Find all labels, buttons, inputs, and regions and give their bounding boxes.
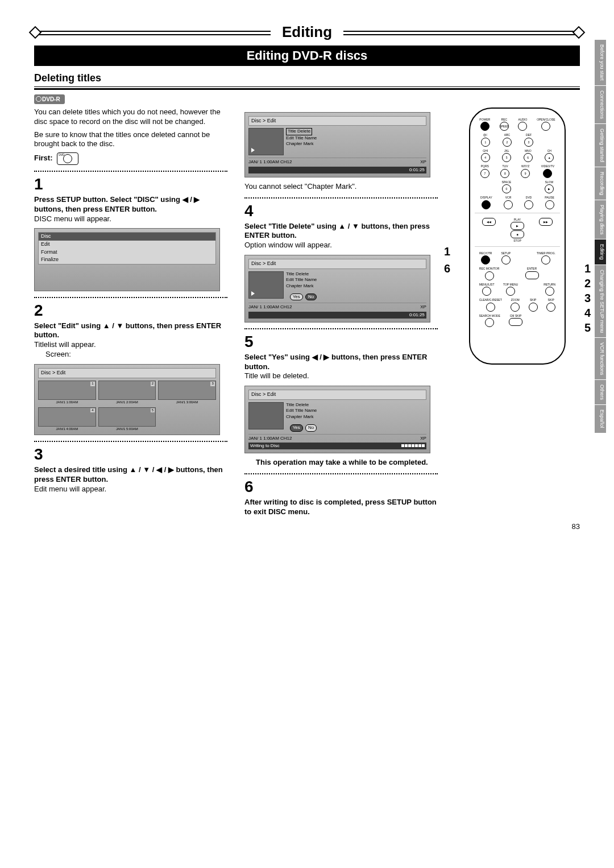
remote-button: 1 [481,138,490,147]
rewind-button: ◀◀ [482,218,496,226]
page-header: Editing [34,23,580,42]
chapter-note: You cannot select "Chapter Mark". [244,182,438,192]
step-1-bold: Press SETUP button. Select "DISC" using … [34,195,200,213]
edit-menu-screen-2: Disc > Edit Title Delete Edit Title Name… [244,255,430,323]
yes-no: Yes No [286,424,317,431]
step-6-num: 6 [244,477,438,497]
remote-button [545,287,554,296]
side-tab[interactable]: Playing discs [595,200,606,239]
side-tab[interactable]: Español [595,405,606,433]
remote-button: 2 [503,138,512,147]
side-tab[interactable]: Connections [595,86,606,123]
remote-button [504,200,513,209]
breadcrumb: Disc > Edit [38,368,216,378]
remote-button: 5 [502,153,511,162]
middle-column: Disc > Edit Title Delete Edit Title Name… [244,108,438,520]
side-tab[interactable]: Changing the SETUP menu [595,265,606,337]
step-3-after: Edit menu will appear. [34,485,106,493]
remote-button: SPEED [500,122,509,131]
step-4-num: 4 [244,201,438,221]
step-2-bold: Select "Edit" using ▲ / ▼ buttons, then … [34,321,221,340]
remote-button [524,200,533,209]
callout-right-2: 2 [584,276,596,291]
divider [244,328,438,329]
callout-left-6: 6 [439,261,450,276]
step-4-after: Option window will appear. [244,241,332,249]
remote-button: 0 [502,184,511,193]
first-label: First: [34,154,53,163]
divider [34,297,227,298]
preview-box [248,271,284,299]
divider [244,473,438,474]
divider [244,197,438,199]
operation-warning: This operation may take a while to be co… [244,458,438,468]
remote-button: 4 [481,153,490,162]
titlelist-screen: Disc > Edit 1JAN/1 1:00AM2JAN/1 2:00AM3J… [34,364,220,435]
status-row: JAN/ 1 1:00AM CH12 XP [248,158,426,165]
step-3-text: Select a desired title using ▲ / ▼ / ◀ /… [34,465,227,494]
remote-diagram: POWERRECSPEEDAUDIOOPEN/CLOSE@/.1ABC2DEF3… [469,108,566,365]
dvdr-badge: DVD-R [34,94,65,104]
step-5-num: 5 [244,332,438,352]
remote-button: 8 [500,169,509,178]
step-2-num: 2 [34,300,227,321]
play-icon [251,148,255,152]
callout-right-1: 1 [584,261,596,276]
side-tab[interactable]: VCR functions [595,338,606,380]
thumb: 4 [38,407,96,427]
callout-right-5: 5 [584,320,596,335]
remote-button [543,169,552,178]
screen-label: Screen: [45,350,71,358]
thumb-label: JAN/1 4:00AM [38,427,96,432]
side-tab[interactable]: Recording [595,167,606,200]
breadcrumb: Disc > Edit [248,116,426,126]
disc-menu-screen: Disc Edit Format Finalize [34,228,220,291]
play-button: ▶ [511,222,524,230]
step-2-text: Select "Edit" using ▲ / ▼ buttons, then … [34,321,227,360]
remote-button [480,122,489,131]
thumb: 5 [98,407,156,427]
page-number: 83 [572,522,580,532]
step-3-bold: Select a desired title using ▲ / ▼ / ◀ /… [34,465,223,483]
remote-button [546,303,555,312]
remote-button [482,287,491,296]
first-line: First: [34,152,227,165]
side-tab[interactable]: Editing [595,239,606,264]
thumb-label: JAN/1 2:00AM [98,400,156,405]
divider [34,171,227,172]
callout-left-1: 1 [439,244,450,259]
thumb-label: JAN/1 5:00AM [98,427,156,432]
side-tabs: Before you startConnectionsGetting start… [595,40,606,433]
intro-p1: You can delete titles which you do not n… [34,108,227,127]
side-tab[interactable]: Others [595,380,606,404]
disc-icon [57,152,78,165]
remote-button [541,122,550,131]
play-icon [251,291,255,296]
side-tab[interactable]: Before you start [595,40,606,85]
intro-p2: Be sure to know that the titles once del… [34,130,227,150]
step-4-text: Select "Title Delete" using ▲ / ▼ button… [244,222,438,251]
remote-button [518,122,527,131]
remote-button [506,287,515,296]
edit-menu-screen-1: Disc > Edit Title Delete Edit Title Name… [244,112,430,177]
remote-button: ▲ [545,153,554,162]
header-title: Editing [271,23,343,42]
remote-button [485,271,494,280]
remote-button [509,318,522,326]
step-5-after: Title will be deleted. [244,371,309,380]
edit-menu-screen-3: Disc > Edit Title Delete Edit Title Name… [244,386,430,453]
step-1-after: DISC menu will appear. [34,214,111,223]
disc-menu-item: Edit [39,241,215,249]
timer-bar: 0:01:25 [248,167,426,173]
remote-button: 7 [480,169,489,178]
remote-button [481,255,490,264]
remote-button [486,303,495,312]
subheader: Editing DVD-R discs [34,46,580,67]
edit-options: Title Delete Edit Title Name Chapter Mar… [286,128,317,155]
disc-menu-title: Disc [39,233,215,241]
nav-cluster: ◀◀ PLAY ▶ ■ STOP ▶▶ [475,213,560,243]
callout-right-4: 4 [584,305,596,320]
callout-right-3: 3 [584,291,596,305]
side-tab[interactable]: Getting started [595,124,606,167]
step-2-after: Titlelist will appear. [34,340,96,349]
